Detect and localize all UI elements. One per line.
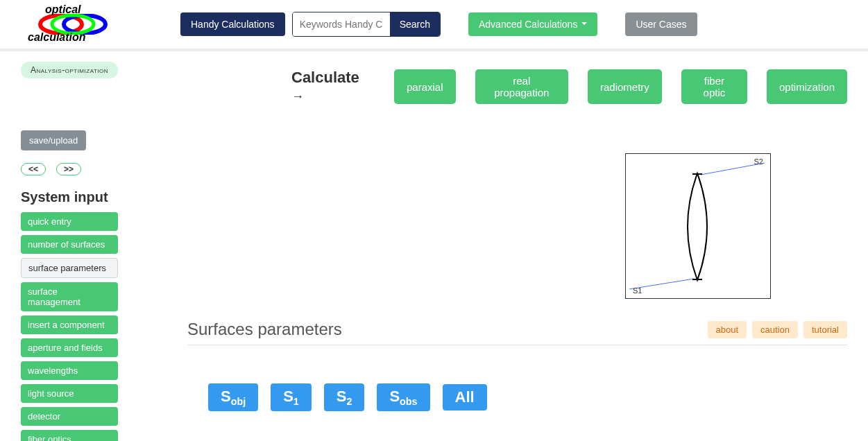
sidebar-item-number-of-surfaces[interactable]: number of surfaces <box>21 235 118 254</box>
sidebar-item-surface-management[interactable]: surface management <box>21 282 118 311</box>
topbar: optical calculation Handy Calculations S… <box>0 0 868 51</box>
sidebar-item-wavelengths[interactable]: wavelengths <box>21 361 118 380</box>
tab-s2-main: S <box>337 388 347 405</box>
about-button[interactable]: about <box>708 321 747 338</box>
tab-s-obj-main: S <box>221 388 231 405</box>
calc-paraxial-button[interactable]: paraxial <box>394 69 456 104</box>
lens-diagram: S1 S2 <box>625 153 771 299</box>
surfaces-parameters-title: Surfaces parameters <box>187 320 342 339</box>
analysis-optimization-badge: Analysis-optimization <box>21 62 118 78</box>
logo[interactable]: optical calculation <box>14 7 132 42</box>
tab-s1-sub: 1 <box>293 396 299 407</box>
advanced-label: Advanced Calculations <box>479 19 577 30</box>
sidebar-item-light-source[interactable]: light source <box>21 384 118 403</box>
next-button[interactable]: >> <box>56 163 81 175</box>
sidebar-item-quick-entry[interactable]: quick entry <box>21 212 118 231</box>
calc-fiber-optic-button[interactable]: fiber optic <box>681 69 747 104</box>
system-input-title: System input <box>21 189 160 205</box>
sidebar-item-detector[interactable]: detector <box>21 407 118 426</box>
tab-s-obs-main: S <box>389 388 400 405</box>
tab-s2[interactable]: S2 <box>324 383 365 411</box>
logo-text-bottom: calculation <box>28 31 86 44</box>
search-group: Search <box>292 12 441 37</box>
calculate-label: Calculate <box>291 69 373 105</box>
tab-all[interactable]: All <box>443 384 487 410</box>
caution-button[interactable]: caution <box>752 321 798 338</box>
system-input-menu: quick entry number of surfaces surface p… <box>21 212 160 441</box>
handy-calculations-button[interactable]: Handy Calculations <box>180 12 285 36</box>
tab-s-obj[interactable]: Sobj <box>208 383 258 411</box>
tab-s-obs-sub: obs <box>400 396 417 407</box>
sidebar-item-fiber-optics[interactable]: fiber optics <box>21 430 118 441</box>
calc-radiometry-button[interactable]: radiometry <box>588 69 662 104</box>
tab-s1[interactable]: S1 <box>271 383 312 411</box>
sidebar-item-insert-component[interactable]: insert a component <box>21 315 118 334</box>
advanced-calculations-dropdown[interactable]: Advanced Calculations <box>468 12 597 36</box>
user-cases-button[interactable]: User Cases <box>625 12 697 36</box>
lens-svg-icon <box>626 154 770 298</box>
tab-s-obj-sub: obj <box>231 396 246 407</box>
calc-real-propagation-button[interactable]: real propagation <box>475 69 569 104</box>
sidebar-item-surface-parameters[interactable]: surface parameters <box>21 258 118 278</box>
calc-optimization-button[interactable]: optimization <box>767 69 847 104</box>
tab-s2-sub: 2 <box>346 396 352 407</box>
search-button[interactable]: Search <box>390 12 440 36</box>
tutorial-button[interactable]: tutorial <box>803 321 847 338</box>
tab-s-obs[interactable]: Sobs <box>377 383 429 411</box>
prev-button[interactable]: << <box>21 163 46 175</box>
main-content: Calculate paraxial real propagation radi… <box>180 62 847 411</box>
lens-s2-label: S2 <box>754 157 763 166</box>
sidebar-item-aperture-and-fields[interactable]: aperture and fields <box>21 338 118 357</box>
sidebar: Analysis-optimization save/upload << >> … <box>21 62 160 441</box>
search-input[interactable] <box>293 12 390 36</box>
tab-s1-main: S <box>283 388 293 405</box>
lens-s1-label: S1 <box>633 286 642 295</box>
save-upload-button[interactable]: save/upload <box>21 130 86 150</box>
logo-text-top: optical <box>45 3 81 16</box>
